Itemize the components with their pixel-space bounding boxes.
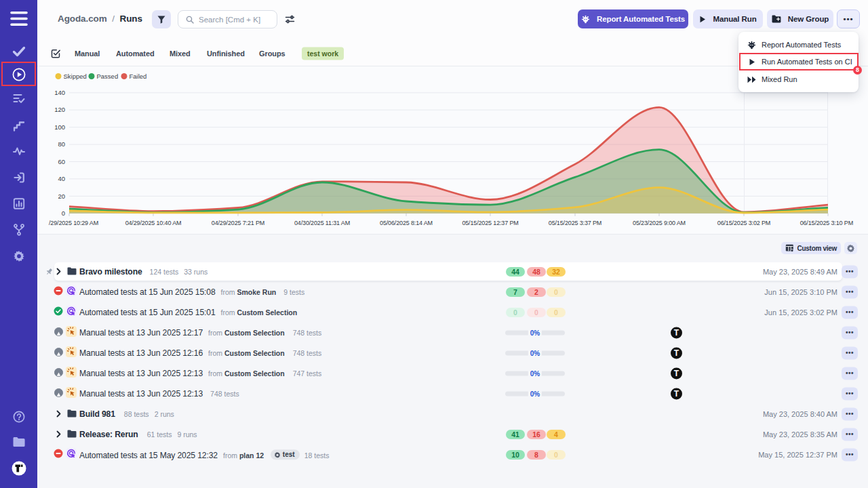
svg-text:0: 0 [62,209,65,217]
svg-text:140: 140 [54,89,65,96]
svg-text:20: 20 [58,192,65,200]
svg-text:120: 120 [54,106,65,113]
svg-text:06/15/2025 3:10 PM: 06/15/2025 3:10 PM [800,220,853,226]
svg-text:Skipped: Skipped [64,73,87,80]
svg-text:05/15/2025 3:37 PM: 05/15/2025 3:37 PM [549,220,601,226]
svg-text:40: 40 [58,175,65,182]
svg-text:06/15/2025 3:02 PM: 06/15/2025 3:02 PM [717,220,770,226]
svg-text:100: 100 [54,123,65,131]
svg-text:80: 80 [58,140,65,148]
svg-text:04/29/2025 7:21 PM: 04/29/2025 7:21 PM [212,220,264,226]
svg-text:Passed: Passed [97,73,119,80]
svg-text:04/30/2025 11:31 AM: 04/30/2025 11:31 AM [294,220,350,226]
svg-text:/29/2025 10:29 AM: /29/2025 10:29 AM [49,220,98,226]
svg-text:04/29/2025 10:40 AM: 04/29/2025 10:40 AM [125,220,182,226]
svg-text:05/23/2025 9:00 AM: 05/23/2025 9:00 AM [633,220,686,226]
svg-text:05/15/2025 12:37 PM: 05/15/2025 12:37 PM [462,220,518,226]
svg-text:60: 60 [58,158,65,165]
svg-text:05/06/2025 8:14 AM: 05/06/2025 8:14 AM [380,220,433,226]
svg-text:Failed: Failed [130,73,147,80]
